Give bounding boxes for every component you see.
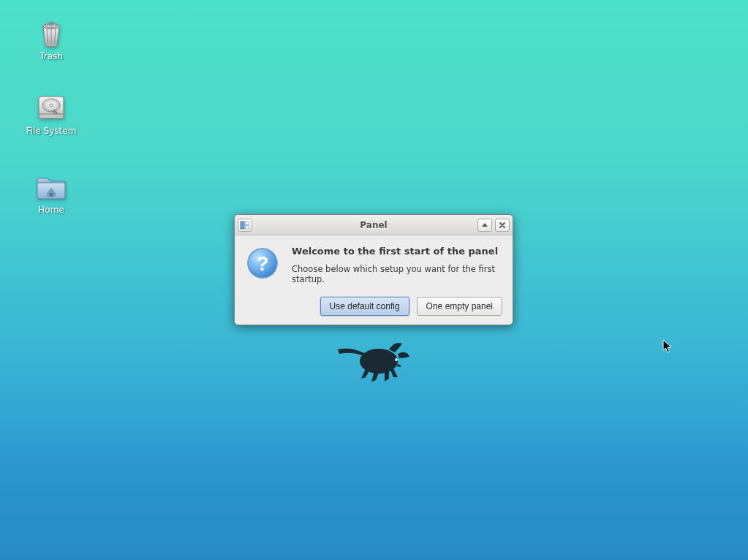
svg-text:?: ? — [256, 252, 268, 275]
svg-rect-12 — [50, 193, 53, 197]
svg-point-14 — [395, 358, 398, 361]
trash-desktop-icon[interactable]: Trash — [18, 18, 84, 61]
mouse-cursor — [662, 339, 673, 354]
one-empty-panel-button[interactable]: One empty panel — [417, 297, 502, 316]
desktop[interactable]: Trash File System — [0, 0, 748, 560]
xfce-mouse-logo — [336, 338, 412, 383]
close-icon — [499, 222, 506, 229]
window-menu-icon[interactable] — [238, 219, 252, 232]
file-system-desktop-icon[interactable]: File System — [18, 94, 84, 136]
file-system-label: File System — [26, 126, 77, 136]
dialog-titlebar[interactable]: Panel — [235, 215, 513, 235]
window-close-button[interactable] — [495, 219, 510, 232]
arrow-up-icon — [481, 222, 488, 229]
home-folder-icon — [34, 173, 69, 202]
svg-point-10 — [60, 116, 61, 117]
svg-rect-15 — [241, 222, 244, 229]
svg-point-8 — [50, 104, 53, 107]
trash-label: Trash — [39, 51, 63, 61]
home-desktop-icon[interactable]: Home — [18, 173, 84, 215]
drive-icon — [35, 94, 67, 123]
svg-rect-17 — [246, 225, 249, 229]
dialog-body: ? Welcome to the first start of the pane… — [235, 235, 513, 284]
window-up-button[interactable] — [477, 219, 492, 232]
dialog-heading: Welcome to the first start of the panel — [292, 246, 501, 257]
dialog-button-row: Use default config One empty panel — [320, 297, 502, 316]
home-label: Home — [38, 205, 64, 215]
question-icon: ? — [246, 247, 279, 279]
dialog-description: Choose below which setup you want for th… — [292, 264, 501, 284]
dialog-title: Panel — [235, 220, 513, 230]
panel-dialog: Panel ? W — [234, 214, 513, 325]
trash-icon — [36, 18, 67, 48]
use-default-config-button[interactable]: Use default config — [320, 297, 409, 316]
svg-rect-16 — [246, 222, 249, 225]
